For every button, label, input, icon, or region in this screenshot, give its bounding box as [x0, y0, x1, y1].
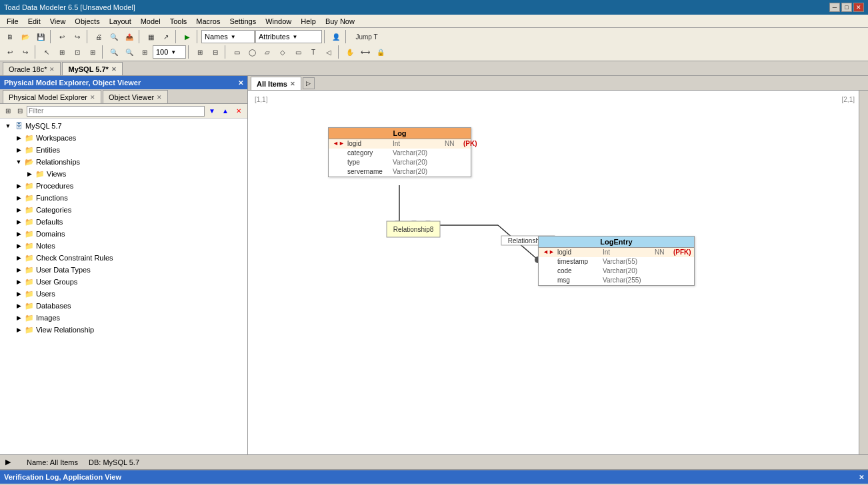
- redo2-button[interactable]: ↪: [18, 45, 33, 59]
- tab-physical-model-explorer[interactable]: Physical Model Explorer ✕: [3, 90, 101, 103]
- new-button[interactable]: 🗎: [3, 30, 17, 43]
- collapse-all-button[interactable]: ⊟: [15, 106, 25, 117]
- filter-input[interactable]: [27, 106, 205, 117]
- canvas-tab-all-items[interactable]: All Items ✕: [251, 77, 301, 90]
- entity-logentry-row-0[interactable]: ◄► logid Int NN (PFK): [539, 248, 694, 257]
- text-button[interactable]: T: [306, 45, 321, 59]
- menu-objects[interactable]: Objects: [71, 16, 103, 27]
- menu-buynow[interactable]: Buy Now: [321, 16, 359, 27]
- expand-all-button[interactable]: ⊞: [3, 106, 13, 117]
- all-items-close[interactable]: ✕: [290, 81, 295, 87]
- menu-file[interactable]: File: [3, 16, 23, 27]
- workspaces-expander[interactable]: ▶: [13, 133, 24, 143]
- conn-button[interactable]: ⟷: [358, 45, 373, 59]
- tree-item-entities[interactable]: ▶ 📁 Entities: [0, 144, 247, 156]
- entity-log-row-1[interactable]: category Varchar(20): [329, 149, 471, 158]
- relationships-expander[interactable]: ▼: [13, 157, 24, 167]
- panel-close-button[interactable]: ✕: [238, 79, 243, 87]
- entity-log-row-3[interactable]: servername Varchar(20): [329, 167, 471, 177]
- tree-item-check-constraint-rules[interactable]: ▶ 📁 Check Constraint Rules: [0, 252, 247, 264]
- users-expander[interactable]: ▶: [13, 288, 24, 299]
- tree-item-images[interactable]: ▶ 📁 Images: [0, 312, 247, 324]
- tree-item-databases[interactable]: ▶ 📁 Databases: [0, 300, 247, 312]
- tree-item-users[interactable]: ▶ 📁 Users: [0, 288, 247, 300]
- root-expander[interactable]: ▼: [3, 121, 13, 131]
- entity-logentry-row-3[interactable]: msg Varchar(255): [539, 276, 694, 285]
- attributes-dropdown[interactable]: Attributes ▼: [255, 30, 322, 43]
- bottom-panel-close[interactable]: ✕: [859, 474, 864, 481]
- close-button[interactable]: ✕: [853, 3, 864, 12]
- maximize-button[interactable]: □: [841, 3, 852, 12]
- tree-item-workspaces[interactable]: ▶ 📁 Workspaces: [0, 132, 247, 144]
- entity-log-row-0[interactable]: ◄► logid Int NN (PK): [329, 139, 471, 149]
- views-expander[interactable]: ▶: [24, 169, 35, 179]
- profile-button[interactable]: 👤: [329, 30, 343, 43]
- shape3-button[interactable]: ▱: [260, 45, 275, 59]
- menu-model[interactable]: Model: [137, 16, 165, 27]
- hand-button[interactable]: ✋: [343, 45, 357, 59]
- shape1-button[interactable]: ▭: [229, 45, 244, 59]
- categories-expander[interactable]: ▶: [13, 205, 24, 215]
- databases-expander[interactable]: ▶: [13, 300, 24, 311]
- open-button[interactable]: 📂: [18, 30, 33, 43]
- tree-item-procedures[interactable]: ▶ 📁 Procedures: [0, 180, 247, 192]
- tree-root-mysql[interactable]: ▼ 🗄 MySQL 5.7: [0, 120, 247, 132]
- ug-expander[interactable]: ▶: [13, 276, 24, 287]
- shape2-button[interactable]: ◯: [245, 45, 259, 59]
- menu-help[interactable]: Help: [297, 16, 320, 27]
- tool3-button[interactable]: ⊡: [70, 45, 85, 59]
- minimize-button[interactable]: ─: [829, 3, 840, 12]
- menu-view[interactable]: View: [46, 16, 70, 27]
- zoom-out-button[interactable]: 🔍: [107, 45, 121, 59]
- expand-button[interactable]: ▶: [5, 458, 11, 466]
- undo-button[interactable]: ↩: [55, 30, 69, 43]
- tree-item-user-groups[interactable]: ▶ 📁 User Groups: [0, 276, 247, 288]
- entity-logentry[interactable]: LogEntry ◄► logid Int NN (PFK) timestamp…: [538, 236, 695, 286]
- images-expander[interactable]: ▶: [13, 312, 24, 323]
- menu-window[interactable]: Window: [261, 16, 295, 27]
- tree-item-functions[interactable]: ▶ 📁 Functions: [0, 192, 247, 204]
- entities-expander[interactable]: ▶: [13, 145, 24, 155]
- pme-tab-close[interactable]: ✕: [90, 94, 95, 101]
- note-button[interactable]: ◁: [321, 45, 336, 59]
- tree-item-categories[interactable]: ▶ 📁 Categories: [0, 204, 247, 216]
- udt-expander[interactable]: ▶: [13, 264, 24, 275]
- zoom-dropdown[interactable]: 100 ▼: [153, 45, 186, 59]
- canvas-new-tab-button[interactable]: ▷: [303, 77, 315, 89]
- print-button[interactable]: 🖨: [91, 30, 106, 43]
- shape4-button[interactable]: ◇: [275, 45, 290, 59]
- grid-button[interactable]: ⊞: [193, 45, 207, 59]
- zoom-in-button[interactable]: 🔍: [122, 45, 137, 59]
- entity-button[interactable]: ▦: [143, 30, 158, 43]
- select-button[interactable]: ↖: [39, 45, 54, 59]
- ov-tab-close[interactable]: ✕: [157, 94, 162, 101]
- fit-button[interactable]: ⊞: [137, 45, 152, 59]
- export-button[interactable]: 📤: [122, 30, 137, 43]
- nav-down-button[interactable]: ▼: [206, 105, 218, 117]
- tab-oracle[interactable]: Oracle 18c* ✕: [3, 62, 61, 75]
- tool2-button[interactable]: ⊞: [55, 45, 69, 59]
- tree-item-defaults[interactable]: ▶ 📁 Defaults: [0, 216, 247, 228]
- save-button[interactable]: 💾: [33, 30, 48, 43]
- tree-item-notes[interactable]: ▶ 📁 Notes: [0, 240, 247, 252]
- entity-log-row-2[interactable]: type Varchar(20): [329, 158, 471, 167]
- ccr-expander[interactable]: ▶: [13, 252, 24, 263]
- find-button[interactable]: 🔍: [107, 30, 121, 43]
- canvas-content[interactable]: [1,1] [2,1] Relationship8: [248, 91, 868, 454]
- tree-item-views[interactable]: ▶ 📁 Views: [0, 168, 247, 180]
- vr-expander[interactable]: ▶: [13, 324, 24, 335]
- shape5-button[interactable]: ▭: [291, 45, 305, 59]
- entity-logentry-row-1[interactable]: timestamp Varchar(55): [539, 257, 694, 266]
- nav-up-button[interactable]: ▲: [219, 105, 231, 117]
- menu-settings[interactable]: Settings: [225, 16, 260, 27]
- functions-expander[interactable]: ▶: [13, 193, 24, 203]
- clear-filter-button[interactable]: ✕: [233, 105, 245, 117]
- tool4-button[interactable]: ⊞: [85, 45, 100, 59]
- canvas-vertical-scrollbar[interactable]: [859, 91, 868, 454]
- tree-item-user-data-types[interactable]: ▶ 📁 User Data Types: [0, 264, 247, 276]
- rel-button[interactable]: ↗: [159, 30, 173, 43]
- jump-button[interactable]: Jump T: [350, 30, 383, 43]
- defaults-expander[interactable]: ▶: [13, 217, 24, 227]
- tree-item-domains[interactable]: ▶ 📁 Domains: [0, 228, 247, 240]
- menu-layout[interactable]: Layout: [105, 16, 135, 27]
